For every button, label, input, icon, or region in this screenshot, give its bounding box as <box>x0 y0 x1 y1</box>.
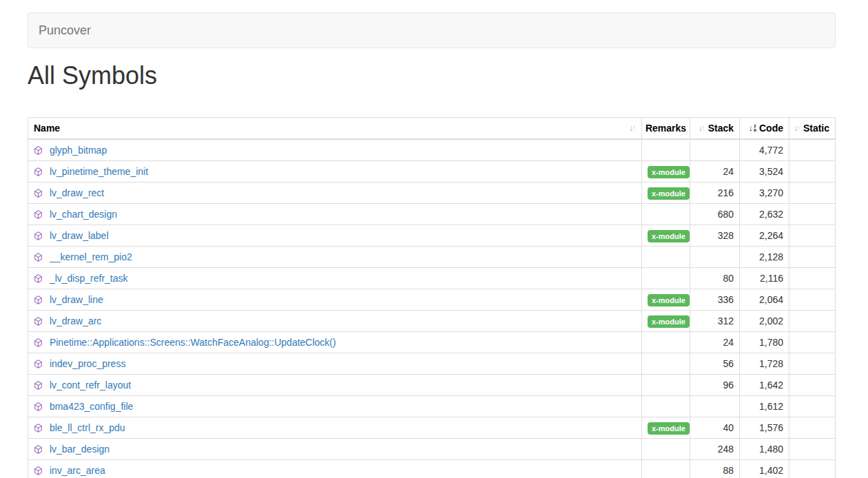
table-row: glyph_bitmap 4,772 <box>28 139 836 161</box>
table-row: _lv_disp_refr_task 80 2,116 <box>28 267 836 289</box>
code-cell: 4,772 <box>740 139 789 161</box>
column-header-code[interactable]: ↓za Code <box>740 117 789 139</box>
remarks-cell: x-module <box>642 289 690 310</box>
x-module-badge: x-module <box>648 294 690 306</box>
name-cell: glyph_bitmap <box>28 139 642 161</box>
symbol-link[interactable]: ble_ll_ctrl_rx_pdu <box>50 422 125 433</box>
name-cell: lv_draw_label <box>28 225 642 246</box>
stack-cell: 216 <box>690 182 740 203</box>
static-cell <box>789 246 836 267</box>
code-cell: 3,270 <box>740 182 789 203</box>
symbol-link[interactable]: lv_cont_refr_layout <box>50 380 131 391</box>
symbol-link[interactable]: lv_bar_design <box>50 444 110 455</box>
navbar: Puncover <box>28 12 836 48</box>
stack-cell: 336 <box>690 289 740 310</box>
sort-icon: ↓↑ <box>699 121 705 135</box>
cube-icon <box>34 146 43 155</box>
name-cell: __kernel_rem_pio2 <box>28 246 642 267</box>
name-cell: lv_draw_arc <box>28 310 642 331</box>
remarks-cell: x-module <box>642 310 690 331</box>
table-row: lv_pinetime_theme_init x-module 24 3,524 <box>28 160 836 182</box>
stack-cell: 680 <box>690 203 740 225</box>
cube-icon <box>34 167 43 176</box>
stack-cell: 96 <box>690 374 740 395</box>
stack-cell: 248 <box>690 438 740 459</box>
code-cell: 1,728 <box>740 353 789 374</box>
cube-icon <box>34 402 43 411</box>
table-row: bma423_config_file 1,612 <box>28 395 836 417</box>
remarks-cell <box>642 203 690 225</box>
table-row: lv_bar_design 248 1,480 <box>28 438 836 459</box>
static-cell <box>789 160 836 182</box>
remarks-cell: x-module <box>642 225 690 246</box>
stack-cell: 80 <box>690 267 740 289</box>
x-module-badge: x-module <box>648 315 690 328</box>
symbol-link[interactable]: lv_chart_design <box>50 209 117 220</box>
static-cell <box>789 139 836 161</box>
static-cell <box>789 289 836 310</box>
static-cell <box>789 225 836 246</box>
symbol-link[interactable]: __kernel_rem_pio2 <box>50 251 132 262</box>
symbol-link[interactable]: indev_proc_press <box>50 358 126 369</box>
x-module-badge: x-module <box>648 166 690 178</box>
symbol-link[interactable]: lv_draw_arc <box>50 315 101 326</box>
cube-icon <box>34 231 43 240</box>
symbol-link[interactable]: lv_pinetime_theme_init <box>50 166 148 177</box>
code-cell: 1,402 <box>740 459 789 478</box>
cube-icon <box>34 445 43 454</box>
symbol-link[interactable]: _lv_disp_refr_task <box>50 273 128 284</box>
remarks-cell <box>642 395 690 417</box>
cube-icon <box>34 360 43 368</box>
page-container: Puncover All Symbols Name ↓↑ Remarks <box>28 12 836 478</box>
table-row: lv_draw_arc x-module 312 2,002 <box>28 310 836 331</box>
remarks-cell <box>642 438 690 459</box>
page-title: All Symbols <box>28 62 836 90</box>
static-cell <box>789 182 836 203</box>
name-cell: bma423_config_file <box>28 395 642 417</box>
symbol-link[interactable]: glyph_bitmap <box>50 145 107 156</box>
code-cell: 1,612 <box>740 395 789 417</box>
stack-cell: 88 <box>690 459 740 478</box>
static-cell <box>789 331 836 353</box>
name-cell: inv_arc_area <box>28 459 642 478</box>
name-cell: lv_bar_design <box>28 438 642 459</box>
name-cell: indev_proc_press <box>28 353 642 374</box>
static-cell <box>789 310 836 331</box>
column-label-code: Code <box>759 121 783 135</box>
navbar-brand-link[interactable]: Puncover <box>28 13 101 48</box>
symbol-link[interactable]: bma423_config_file <box>50 401 133 412</box>
header-row: Name ↓↑ Remarks ↓↑ Stack <box>28 117 836 139</box>
column-header-remarks: Remarks <box>642 117 690 139</box>
static-cell <box>789 203 836 225</box>
static-cell <box>789 417 836 438</box>
name-cell: ble_ll_ctrl_rx_pdu <box>28 417 642 438</box>
symbol-link[interactable]: lv_draw_label <box>50 230 109 241</box>
symbol-link[interactable]: inv_arc_area <box>50 465 105 476</box>
cube-icon <box>34 253 43 262</box>
table-row: __kernel_rem_pio2 2,128 <box>28 246 836 267</box>
x-module-badge: x-module <box>648 187 690 200</box>
symbol-link[interactable]: Pinetime::Applications::Screens::WatchFa… <box>50 337 336 348</box>
static-cell <box>789 267 836 289</box>
column-header-static[interactable]: ↓↑ Static <box>789 117 836 139</box>
remarks-cell <box>642 353 690 374</box>
stack-cell: 56 <box>690 353 740 374</box>
table-row: lv_draw_rect x-module 216 3,270 <box>28 182 836 203</box>
stack-cell <box>690 139 740 161</box>
column-header-name[interactable]: Name ↓↑ <box>28 117 642 139</box>
sort-descending-icon: ↓za <box>749 121 756 135</box>
remarks-cell: x-module <box>642 417 690 438</box>
cube-icon <box>34 274 43 283</box>
cube-icon <box>34 210 43 219</box>
symbols-table-head: Name ↓↑ Remarks ↓↑ Stack <box>28 117 836 139</box>
code-cell: 2,064 <box>740 289 789 310</box>
remarks-cell: x-module <box>642 182 690 203</box>
stack-cell <box>690 395 740 417</box>
column-header-stack[interactable]: ↓↑ Stack <box>690 117 740 139</box>
code-cell: 1,576 <box>740 417 789 438</box>
sort-icon: ↓↑ <box>629 121 636 135</box>
static-cell <box>789 395 836 417</box>
static-cell <box>789 353 836 374</box>
symbol-link[interactable]: lv_draw_rect <box>50 187 104 198</box>
symbol-link[interactable]: lv_draw_line <box>50 294 103 305</box>
